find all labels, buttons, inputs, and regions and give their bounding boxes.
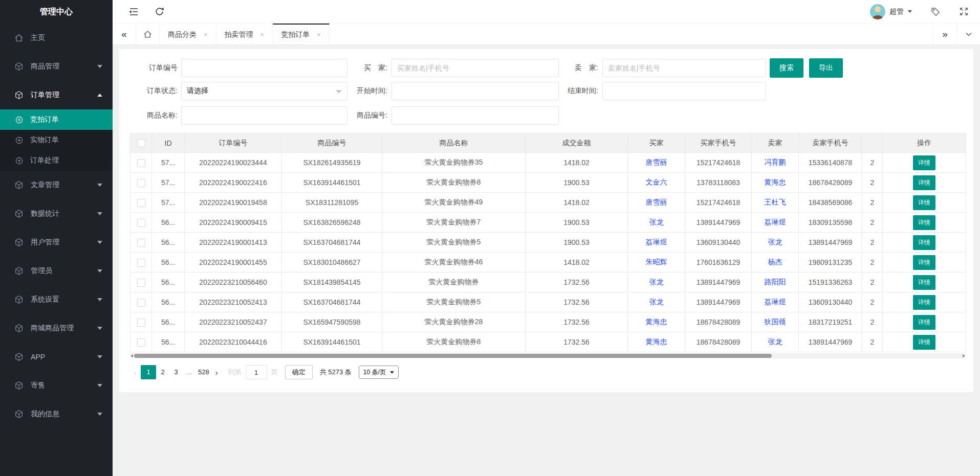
buyer-link[interactable]: 文金六 xyxy=(646,178,667,186)
seller-link[interactable]: 荔琳煜 xyxy=(765,298,786,306)
row-checkbox[interactable] xyxy=(137,199,145,207)
sidebar-item[interactable]: 商城商品管理 xyxy=(0,314,113,343)
detail-button[interactable]: 详情 xyxy=(913,275,935,290)
sidebar-item[interactable]: 文章管理 xyxy=(0,171,113,199)
row-checkbox[interactable] xyxy=(137,319,145,327)
tabs-scroll-left-button[interactable]: « xyxy=(113,24,136,44)
detail-button[interactable]: 详情 xyxy=(913,295,935,310)
sidebar-item[interactable]: APP xyxy=(0,343,113,371)
home-icon xyxy=(14,33,25,43)
goto-page-input[interactable] xyxy=(246,365,267,379)
seller-link[interactable]: 冯育鹏 xyxy=(765,158,786,166)
select-all-checkbox[interactable] xyxy=(137,139,145,147)
buyer-link[interactable]: 张龙 xyxy=(649,278,664,286)
page-button[interactable]: 2 xyxy=(156,365,169,379)
seller-link[interactable]: 路阳阳 xyxy=(765,278,786,286)
buyer-link[interactable]: 黄海忠 xyxy=(646,337,667,346)
tabs-menu-button[interactable] xyxy=(956,24,980,44)
sidebar-item[interactable]: 寄售 xyxy=(0,371,113,400)
page-size-select[interactable]: 10 条/页 xyxy=(359,366,399,379)
sidebar-item[interactable]: 主页 xyxy=(0,24,113,52)
page-ellipsis: ... xyxy=(183,365,196,379)
detail-button[interactable]: 详情 xyxy=(913,255,935,270)
scrollbar-thumb[interactable] xyxy=(134,354,772,358)
tag-button[interactable] xyxy=(930,7,941,17)
detail-button[interactable]: 详情 xyxy=(913,315,935,330)
confirm-button[interactable]: 确定 xyxy=(285,365,313,379)
seller-link[interactable]: 张龙 xyxy=(768,238,782,246)
buyer-link[interactable]: 唐雪丽 xyxy=(646,158,667,166)
row-checkbox[interactable] xyxy=(137,159,145,167)
detail-button[interactable]: 详情 xyxy=(913,215,935,230)
seller-input[interactable] xyxy=(602,59,766,77)
seller-link[interactable]: 狄国领 xyxy=(765,318,786,326)
row-checkbox[interactable] xyxy=(137,299,145,307)
sidebar-item[interactable]: 用户管理 xyxy=(0,228,113,257)
buyer-link[interactable]: 荔琳煜 xyxy=(646,238,667,246)
sidebar-item[interactable]: 管理员 xyxy=(0,257,113,285)
sidebar-item[interactable]: 商品管理 xyxy=(0,52,113,81)
sidebar-subitem[interactable]: 竞拍订单 xyxy=(0,109,113,130)
scroll-left-arrow-icon[interactable] xyxy=(130,354,133,357)
sidebar-item[interactable]: 我的信息 xyxy=(0,400,113,428)
row-checkbox[interactable] xyxy=(137,219,145,227)
user-menu[interactable]: 超管 xyxy=(870,4,912,19)
prev-page-button[interactable]: ‹ xyxy=(130,368,141,377)
tab-item[interactable]: 商品分类× xyxy=(160,24,216,44)
product-no-input[interactable] xyxy=(391,106,559,125)
sidebar-item[interactable]: 订单管理 xyxy=(0,81,113,109)
end-time-input[interactable] xyxy=(602,82,766,100)
row-checkbox[interactable] xyxy=(137,179,145,187)
refresh-button[interactable] xyxy=(155,7,164,16)
next-page-button[interactable]: › xyxy=(211,368,222,377)
buyer-link[interactable]: 张龙 xyxy=(649,218,664,226)
cell-order_no: 20220224190019458 xyxy=(185,193,282,213)
goto-label: 到第 xyxy=(228,368,242,377)
product-name-input[interactable] xyxy=(181,106,347,125)
status-select[interactable]: 请选择 xyxy=(181,82,347,100)
detail-button[interactable]: 详情 xyxy=(913,175,935,190)
search-button[interactable]: 搜索 xyxy=(770,58,803,78)
home-tab[interactable] xyxy=(136,24,160,44)
sidebar-subitem[interactable]: 订单处理 xyxy=(0,150,113,171)
seller-link[interactable]: 张龙 xyxy=(768,337,782,346)
tab-item[interactable]: 拍卖管理× xyxy=(216,24,273,44)
buyer-link[interactable]: 张龙 xyxy=(649,298,664,306)
detail-button[interactable]: 详情 xyxy=(913,235,935,250)
buyer-input[interactable] xyxy=(391,59,559,77)
sidebar-nav: 主页商品管理订单管理竞拍订单实物订单订单处理文章管理数据统计用户管理管理员系统设… xyxy=(0,24,113,428)
scroll-right-arrow-icon[interactable] xyxy=(963,354,965,357)
detail-button[interactable]: 详情 xyxy=(913,195,935,210)
buyer-link[interactable]: 朱昭辉 xyxy=(646,258,667,266)
seller-link[interactable]: 杨杰 xyxy=(768,258,782,266)
buyer-link[interactable]: 唐雪丽 xyxy=(646,198,667,206)
collapse-sidebar-button[interactable] xyxy=(128,7,139,16)
seller-link[interactable]: 荔琳煜 xyxy=(765,218,786,226)
close-icon[interactable]: × xyxy=(317,31,321,38)
sidebar-subitem[interactable]: 实物订单 xyxy=(0,130,113,150)
tab-item[interactable]: 竞拍订单× xyxy=(273,24,330,44)
horizontal-scrollbar[interactable] xyxy=(130,353,966,358)
seller-link[interactable]: 王杜飞 xyxy=(765,198,786,206)
fullscreen-button[interactable] xyxy=(959,7,969,16)
cell-amount: 1900.53 xyxy=(526,173,628,193)
buyer-link[interactable]: 黄海忠 xyxy=(646,318,667,326)
tabs-scroll-right-button[interactable]: » xyxy=(933,24,956,44)
seller-link[interactable]: 黄海忠 xyxy=(765,178,786,186)
row-checkbox[interactable] xyxy=(137,239,145,247)
detail-button[interactable]: 详情 xyxy=(913,155,935,170)
close-icon[interactable]: × xyxy=(260,31,265,38)
sidebar-item[interactable]: 系统设置 xyxy=(0,285,113,314)
page-button[interactable]: 1 xyxy=(141,365,156,379)
row-checkbox[interactable] xyxy=(137,338,145,347)
export-button[interactable]: 导出 xyxy=(809,58,843,78)
sidebar-item[interactable]: 数据统计 xyxy=(0,199,113,228)
detail-button[interactable]: 详情 xyxy=(913,335,935,350)
start-time-input[interactable] xyxy=(391,82,559,100)
row-checkbox[interactable] xyxy=(137,259,145,267)
order-no-input[interactable] xyxy=(181,59,347,77)
page-button[interactable]: 3 xyxy=(169,365,183,379)
page-button[interactable]: 528 xyxy=(196,365,211,379)
close-icon[interactable]: × xyxy=(204,31,208,38)
row-checkbox[interactable] xyxy=(137,279,145,287)
